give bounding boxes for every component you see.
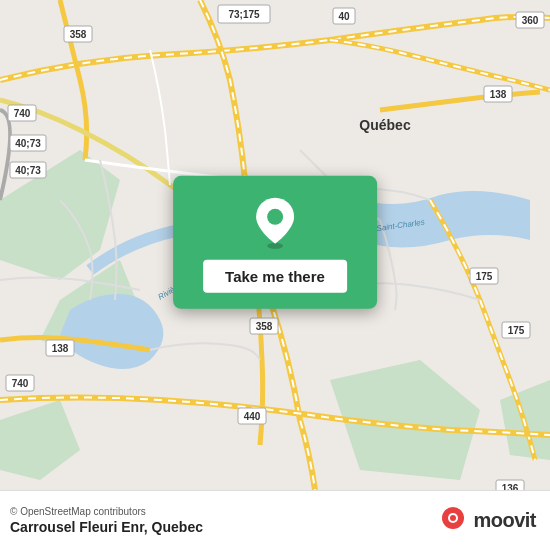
take-me-there-button[interactable]: Take me there (203, 260, 347, 293)
attribution-text: © OpenStreetMap contributors (10, 506, 203, 517)
svg-text:740: 740 (14, 108, 31, 119)
svg-text:136: 136 (502, 483, 519, 490)
location-pin-icon (253, 196, 297, 250)
svg-text:360: 360 (522, 15, 539, 26)
svg-point-40 (267, 209, 283, 225)
svg-text:440: 440 (244, 411, 261, 422)
svg-text:Québec: Québec (359, 117, 411, 133)
svg-text:175: 175 (476, 271, 493, 282)
svg-text:138: 138 (52, 343, 69, 354)
svg-text:73;175: 73;175 (228, 9, 260, 20)
svg-text:40: 40 (338, 11, 350, 22)
popup-card: Take me there (173, 176, 377, 309)
svg-text:138: 138 (490, 89, 507, 100)
moovit-logo: moovit (437, 505, 536, 537)
svg-text:40;73: 40;73 (15, 138, 41, 149)
map-container: 73;175 40 360 138 358 40;73 40;73 740 Qu… (0, 0, 550, 490)
location-name-text: Carrousel Fleuri Enr, Quebec (10, 519, 203, 535)
svg-text:358: 358 (70, 29, 87, 40)
svg-text:740: 740 (12, 378, 29, 389)
bottom-info: © OpenStreetMap contributors Carrousel F… (10, 506, 203, 535)
moovit-brand-text: moovit (473, 509, 536, 532)
svg-text:358: 358 (256, 321, 273, 332)
moovit-icon (437, 505, 469, 537)
svg-point-43 (450, 515, 456, 521)
svg-text:175: 175 (508, 325, 525, 336)
svg-text:40;73: 40;73 (15, 165, 41, 176)
bottom-bar: © OpenStreetMap contributors Carrousel F… (0, 490, 550, 550)
